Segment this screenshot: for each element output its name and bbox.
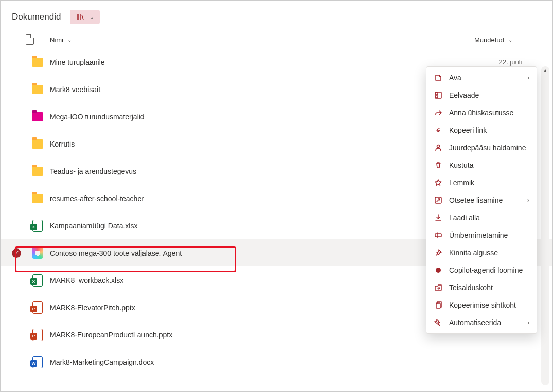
powerpoint-icon: P <box>32 329 43 341</box>
excel-icon: X <box>32 274 43 287</box>
copilot-icon <box>434 266 443 274</box>
chevron-right-icon: › <box>527 74 529 81</box>
menu-item-label: Automatiseerida <box>449 318 521 327</box>
folder-icon <box>32 194 43 203</box>
menu-item-access[interactable]: Juurdepääsu haldamine <box>426 139 537 156</box>
svg-rect-5 <box>436 303 440 308</box>
scrollbar[interactable]: ▲ <box>541 66 549 385</box>
file-name: MARK8_workback.xlsx <box>48 276 466 284</box>
svg-rect-0 <box>435 92 441 98</box>
menu-item-label: Kustuta <box>449 161 529 169</box>
file-type-column-icon[interactable] <box>26 34 34 45</box>
menu-item-copilot[interactable]: Copilot-agendi loomine <box>426 261 537 279</box>
share-icon <box>434 109 443 117</box>
automate-icon <box>434 318 443 327</box>
word-icon: W <box>32 356 43 368</box>
file-name: Contoso mega-300 toote väljalase. Agent <box>48 249 466 257</box>
folder-icon <box>32 58 43 67</box>
column-header-name[interactable]: Nimi ⌄ <box>48 36 474 44</box>
page-title: Dokumendid <box>12 12 61 22</box>
chevron-right-icon: › <box>527 197 529 204</box>
library-icon <box>76 13 84 21</box>
menu-item-label: Lemmik <box>449 179 529 187</box>
chevron-down-icon: ⌄ <box>90 14 94 20</box>
chevron-down-icon: ⌄ <box>508 37 512 43</box>
column-name-label: Nimi <box>50 36 63 44</box>
menu-item-shortcut[interactable]: Otsetee lisamine › <box>426 191 537 209</box>
menu-item-label: Ümbernimetamine <box>449 231 529 239</box>
file-name: Kampaaniamüügi Data.xlsx <box>48 222 466 230</box>
menu-item-share[interactable]: Anna ühiskasutusse <box>426 104 537 121</box>
file-name: Korrutis <box>48 140 466 148</box>
menu-item-label: Juurdepääsu haldamine <box>449 144 529 152</box>
menu-item-label: Copilot-agendi loomine <box>449 266 529 274</box>
file-name: Mega-lOO turundusmaterjalid <box>48 113 466 121</box>
folder-icon <box>32 85 43 94</box>
file-name: Mark8-MarketingCampaign.docx <box>48 358 466 366</box>
shortcut-icon <box>434 196 443 204</box>
file-name: MARK8-ElevatorPitch.pptx <box>48 304 466 312</box>
folder-icon <box>32 112 43 121</box>
menu-item-label: Anna ühiskasutusse <box>449 109 529 117</box>
menu-item-favorite[interactable]: Lemmik <box>426 174 537 191</box>
chevron-right-icon: › <box>527 319 529 326</box>
file-name: MARK8-EuropeanProductLaunch.pptx <box>48 331 466 339</box>
menu-item-automate[interactable]: Automatiseerida › <box>426 314 537 331</box>
file-name: Teadus- ja arendustegevus <box>48 167 466 175</box>
selected-check-icon[interactable]: ✓ <box>12 248 21 258</box>
link-icon <box>434 126 443 134</box>
access-icon <box>434 144 443 152</box>
menu-item-label: Kinnita algusse <box>449 248 529 257</box>
favorite-icon <box>434 179 443 187</box>
pin-icon <box>434 248 443 257</box>
menu-item-rename[interactable]: Ümbernimetamine <box>426 226 537 244</box>
menu-item-link[interactable]: Kopeeri link <box>426 121 537 139</box>
file-row[interactable]: W Mark8-MarketingCampaign.docx <box>1 348 552 376</box>
svg-point-4 <box>436 268 441 273</box>
delete-icon <box>434 161 443 169</box>
column-modified-label: Muudetud <box>474 36 504 44</box>
menu-item-label: Ava <box>449 74 521 82</box>
file-name: resumes-after-school-teacher <box>48 194 466 203</box>
menu-item-copy[interactable]: Kopeerimise sihtkoht <box>426 296 537 314</box>
menu-item-move[interactable]: Teisalduskoht <box>426 279 537 296</box>
menu-item-label: Kopeerimise sihtkoht <box>449 301 529 309</box>
file-modified: 22. juuli <box>479 58 541 66</box>
menu-item-pin[interactable]: Kinnita algusse <box>426 244 537 261</box>
excel-icon: X <box>32 220 43 232</box>
chevron-down-icon: ⌄ <box>67 37 72 43</box>
folder-icon <box>32 167 43 176</box>
column-header-modified[interactable]: Muudetud ⌄ <box>474 36 541 44</box>
open-icon <box>434 74 443 82</box>
copy-icon <box>434 301 443 309</box>
menu-item-label: Teisalduskoht <box>449 283 529 292</box>
move-icon <box>434 283 443 292</box>
file-name: Mine turuplaanile <box>48 58 466 66</box>
menu-item-label: Laadi alla <box>449 213 529 222</box>
svg-rect-3 <box>435 234 441 237</box>
menu-item-label: Otsetee lisamine <box>449 196 521 204</box>
menu-item-label: Eelvaade <box>449 91 529 99</box>
view-switch-button[interactable]: ⌄ <box>70 10 100 24</box>
context-menu: Ava › Eelvaade Anna ühiskasutusse Kopeer… <box>426 66 537 334</box>
copilot-icon <box>32 247 43 259</box>
download-icon <box>434 213 443 222</box>
svg-point-1 <box>437 145 440 148</box>
powerpoint-icon: P <box>32 301 43 314</box>
folder-icon <box>32 139 43 149</box>
menu-item-preview[interactable]: Eelvaade <box>426 86 537 104</box>
preview-icon <box>434 91 443 99</box>
menu-item-delete[interactable]: Kustuta <box>426 156 537 174</box>
file-name: Mark8 veebisait <box>48 85 466 94</box>
scroll-up-icon[interactable]: ▲ <box>541 66 549 75</box>
menu-item-label: Kopeeri link <box>449 126 529 134</box>
menu-item-open[interactable]: Ava › <box>426 69 537 86</box>
rename-icon <box>434 231 443 239</box>
menu-item-download[interactable]: Laadi alla <box>426 209 537 226</box>
